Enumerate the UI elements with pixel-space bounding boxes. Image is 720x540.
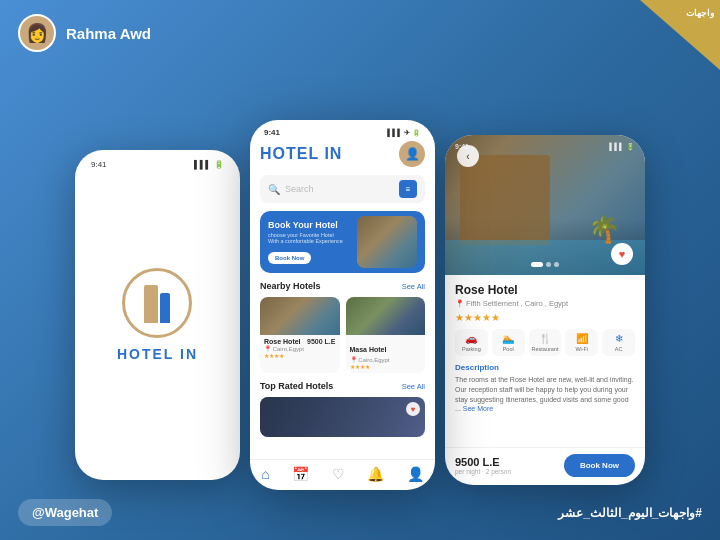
status-icons-middle: ▌▌▌ ✈ 🔋 <box>387 128 421 137</box>
nearby-title: Nearby Hotels <box>260 281 321 291</box>
wifi-icon: 📶 <box>576 333 588 344</box>
top-rated-heart-icon[interactable]: ♥ <box>406 402 420 416</box>
hotel-1-location: 📍 Cairo,Egypt <box>264 345 336 352</box>
restaurant-label: Restaurant <box>532 346 559 352</box>
hotel-1-image <box>260 297 340 335</box>
restaurant-icon: 🍴 <box>539 333 551 344</box>
book-now-button[interactable]: Book Now <box>564 454 635 477</box>
hotel-2-location: 📍 Cairo,Egypt <box>350 356 422 363</box>
hotel-1-info: Rose Hotel 9500 L.E 📍 Cairo,Egypt ★★★★ <box>260 335 340 362</box>
user-name: Rahma Awd <box>66 25 151 42</box>
location-pin-icon: 📍 <box>455 299 464 308</box>
hotel-logo-building <box>132 278 182 323</box>
nearby-hotel-1[interactable]: Rose Hotel 9500 L.E 📍 Cairo,Egypt ★★★★ <box>260 297 340 373</box>
nearby-section-header: Nearby Hotels See All <box>260 281 425 291</box>
building-left <box>144 285 158 323</box>
hotel-1-name: Rose Hotel <box>264 338 301 345</box>
top-rated-card[interactable]: ♥ <box>260 397 425 437</box>
detail-footer: 9500 L.E per night · 2 person Book Now <box>445 447 645 485</box>
detail-hotel-name: Rose Hotel <box>455 283 635 297</box>
parking-icon: 🚗 <box>465 333 477 344</box>
hotel-2-stars: ★★★★ <box>350 363 422 370</box>
dot-3 <box>554 262 559 267</box>
status-icons-left: ▌▌▌ 🔋 <box>194 160 224 169</box>
top-bar: 👩 Rahma Awd <box>18 14 702 52</box>
amenity-parking: 🚗 Parking <box>455 329 488 356</box>
pool-icon: 🏊 <box>502 333 514 344</box>
phone-middle: 9:41 ▌▌▌ ✈ 🔋 HOTEL IN 👤 🔍 Search ≡ <box>250 120 435 490</box>
see-more-link[interactable]: See More <box>463 405 493 412</box>
nav-home-icon[interactable]: ⌂ <box>261 466 269 482</box>
hotel-2-image <box>346 297 426 335</box>
amenities-row: 🚗 Parking 🏊 Pool 🍴 Restaurant 📶 Wi-Fi ❄ <box>455 329 635 356</box>
nav-heart-icon[interactable]: ♡ <box>332 466 345 482</box>
phone-content: HOTEL IN 👤 🔍 Search ≡ Book Your Hotel ch… <box>250 141 435 459</box>
search-bar[interactable]: 🔍 Search ≡ <box>260 175 425 203</box>
nearby-see-all[interactable]: See All <box>402 282 425 291</box>
amenity-wifi: 📶 Wi-Fi <box>565 329 598 356</box>
time-middle: 9:41 <box>264 128 280 137</box>
price-per: per night · 2 person <box>455 468 511 475</box>
description-text: The rooms at the Rose Hotel are new, wel… <box>455 375 635 414</box>
bottom-nav: ⌂ 📅 ♡ 🔔 👤 <box>250 459 435 490</box>
hero-subtitle: choose your Favorite HotelWith a comfort… <box>268 232 357 244</box>
hotel-2-info: Masa Hotel 📍 Cairo,Egypt ★★★★ <box>346 335 426 373</box>
ac-label: AC <box>615 346 623 352</box>
time-left: 9:41 <box>91 160 107 169</box>
user-info: 👩 Rahma Awd <box>18 14 151 52</box>
nav-calendar-icon[interactable]: 📅 <box>292 466 309 482</box>
detail-hero: 9:41 ▌▌▌ 🔋 🌴 ‹ ♥ <box>445 135 645 275</box>
detail-heart-icon[interactable]: ♥ <box>611 243 633 265</box>
detail-location: 📍 Fifth Settlement , Cairo , Egypt <box>455 299 635 308</box>
price-area: 9500 L.E per night · 2 person <box>455 456 511 475</box>
parking-label: Parking <box>462 346 481 352</box>
ac-icon: ❄ <box>615 333 623 344</box>
dot-2 <box>546 262 551 267</box>
dot-1 <box>531 262 543 267</box>
top-rated-overlay <box>260 397 425 437</box>
back-button[interactable]: ‹ <box>457 145 479 167</box>
status-bar-middle: 9:41 ▌▌▌ ✈ 🔋 <box>250 120 435 141</box>
hero-image <box>357 216 417 268</box>
detail-content: Rose Hotel 📍 Fifth Settlement , Cairo , … <box>445 275 645 447</box>
wifi-label: Wi-Fi <box>575 346 588 352</box>
phone-right: 9:41 ▌▌▌ 🔋 🌴 ‹ ♥ Rose Hotel 📍 Fifth Sett… <box>445 135 645 485</box>
hotel-1-price: 9500 L.E <box>307 338 335 345</box>
hashtag-text: #واجهات_اليوم_الثالث_عشر <box>558 506 702 520</box>
detail-dots <box>531 262 559 267</box>
palm-icon: 🌴 <box>588 214 620 245</box>
hotel-logo-inner <box>132 278 182 328</box>
filter-button[interactable]: ≡ <box>399 180 417 198</box>
price-value: 9500 L.E <box>455 456 511 468</box>
bottom-bar: @Wagehat #واجهات_اليوم_الثالث_عشر <box>18 499 702 526</box>
nearby-row: Rose Hotel 9500 L.E 📍 Cairo,Egypt ★★★★ <box>260 297 425 373</box>
amenity-pool: 🏊 Pool <box>492 329 525 356</box>
top-rated-header: Top Rated Hotels See All <box>260 381 425 391</box>
hero-text: Book Your Hotel choose your Favorite Hot… <box>268 220 357 265</box>
hotel-logo-text: HOTEL IN <box>117 346 198 362</box>
nearby-hotel-2[interactable]: Masa Hotel 📍 Cairo,Egypt ★★★★ <box>346 297 426 373</box>
top-rated-title: Top Rated Hotels <box>260 381 333 391</box>
hero-book-button[interactable]: Book Now <box>268 252 311 264</box>
status-bar-left: 9:41 ▌▌▌ 🔋 <box>91 160 224 169</box>
phone-left: 9:41 ▌▌▌ 🔋 HOTEL IN <box>75 150 240 480</box>
amenity-restaurant: 🍴 Restaurant <box>529 329 562 356</box>
phones-container: 9:41 ▌▌▌ 🔋 HOTEL IN 9:41 ▌▌▌ ✈ � <box>50 60 670 490</box>
top-rated-see-all[interactable]: See All <box>402 382 425 391</box>
detail-stars: ★★★★★ <box>455 312 635 323</box>
app-title: HOTEL IN <box>260 145 342 163</box>
search-icon: 🔍 <box>268 184 280 195</box>
app-header: HOTEL IN 👤 <box>260 141 425 167</box>
avatar-middle[interactable]: 👤 <box>399 141 425 167</box>
filter-icon: ≡ <box>406 185 411 194</box>
pool-label: Pool <box>503 346 514 352</box>
nav-profile-icon[interactable]: 👤 <box>407 466 424 482</box>
avatar: 👩 <box>18 14 56 52</box>
hotel-logo-area: HOTEL IN <box>117 268 198 362</box>
hotel-1-stars: ★★★★ <box>264 352 336 359</box>
hero-banner: Book Your Hotel choose your Favorite Hot… <box>260 211 425 273</box>
detail-building <box>460 155 550 245</box>
hotel-2-name: Masa Hotel <box>350 346 387 353</box>
building-right <box>160 293 170 323</box>
nav-bell-icon[interactable]: 🔔 <box>367 466 384 482</box>
